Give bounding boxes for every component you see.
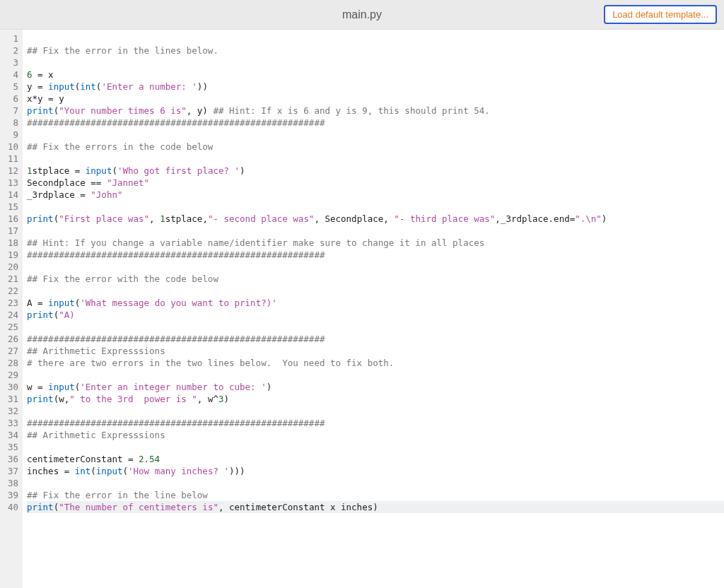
code-token: ########################################… <box>27 418 325 428</box>
code-token: 6 <box>27 69 33 80</box>
code-line[interactable]: ## Fix the error in the line below <box>27 489 724 501</box>
line-number: 29 <box>0 369 18 381</box>
code-token: ## Fix the error in the line below <box>27 490 208 500</box>
code-token: ########################################… <box>27 249 325 260</box>
line-number: 8 <box>0 117 18 129</box>
code-line[interactable] <box>27 129 724 141</box>
load-template-button[interactable]: Load default template... <box>604 5 717 24</box>
code-token: ) <box>602 213 607 224</box>
code-token: "John" <box>90 189 122 200</box>
code-token: ( <box>90 466 96 476</box>
code-token: stplace = <box>33 165 86 176</box>
code-line[interactable] <box>27 33 724 45</box>
line-number: 11 <box>0 153 18 165</box>
code-token: input <box>96 466 123 476</box>
code-line[interactable] <box>27 441 724 453</box>
line-number: 18 <box>0 237 18 249</box>
code-line[interactable]: print("The number of centimeters is", ce… <box>27 501 724 513</box>
line-number: 39 <box>0 489 18 501</box>
line-number: 24 <box>0 309 18 321</box>
code-line[interactable]: ## Hint: If you change a variable name/i… <box>27 237 724 249</box>
code-line[interactable] <box>27 321 724 333</box>
line-number: 14 <box>0 189 18 201</box>
code-line[interactable] <box>27 225 724 237</box>
code-line[interactable]: print("First place was", 1stplace,"- sec… <box>27 213 724 225</box>
code-line[interactable]: ## Fix the errors in the code below <box>27 141 724 153</box>
code-line[interactable]: inches = int(input('How many inches? '))… <box>27 465 724 477</box>
code-token: , Secondplace, <box>314 213 394 224</box>
code-token: "Jannet" <box>107 177 149 188</box>
code-token: ## Hint: If you change a variable name/i… <box>27 237 484 248</box>
code-token: 'Enter an integer number to cube: ' <box>80 382 266 392</box>
line-number: 35 <box>0 441 18 453</box>
code-token: ## Hint: If x is 6 and y is 9, this shou… <box>213 105 489 116</box>
code-line[interactable]: w = input('Enter an integer number to cu… <box>27 381 724 393</box>
line-number: 20 <box>0 261 18 273</box>
code-token: 'Enter a number: ' <box>101 81 197 92</box>
code-line[interactable]: ## Arithmetic Expresssions <box>27 345 724 357</box>
code-token: _3rdplace = <box>27 189 90 200</box>
code-token: 2.54 <box>139 454 160 464</box>
code-line[interactable]: y = input(int('Enter a number: ')) <box>27 81 724 93</box>
code-line[interactable] <box>27 57 724 69</box>
code-line[interactable]: # there are two errors in the two lines … <box>27 357 724 369</box>
line-number: 15 <box>0 201 18 213</box>
line-number-gutter: 1234567891011121314151617181920212223242… <box>0 30 23 588</box>
code-line[interactable]: _3rdplace = "John" <box>27 189 724 201</box>
line-number: 30 <box>0 381 18 393</box>
code-token: ".\n" <box>575 213 602 224</box>
code-line[interactable]: print("A) <box>27 309 724 321</box>
code-token: x*y = y <box>27 93 64 104</box>
code-token: 1 <box>27 165 33 176</box>
code-token: "- second place was" <box>208 213 315 224</box>
code-line[interactable] <box>27 261 724 273</box>
line-number: 12 <box>0 165 18 177</box>
code-line[interactable]: A = input('What message do you want to p… <box>27 297 724 309</box>
code-token: ## Arithmetic Expresssions <box>27 430 165 440</box>
code-line[interactable]: Secondplace == "Jannet" <box>27 177 724 189</box>
code-token: "First place was" <box>59 213 149 224</box>
code-token: ## Arithmetic Expresssions <box>27 346 165 356</box>
code-line[interactable] <box>27 285 724 297</box>
code-line[interactable] <box>27 369 724 381</box>
line-number: 4 <box>0 69 18 81</box>
code-line[interactable]: print("Your number times 6 is", y) ## Hi… <box>27 105 724 117</box>
code-line[interactable] <box>27 201 724 213</box>
code-line[interactable]: 6 = x <box>27 69 724 81</box>
code-token: input <box>48 382 75 392</box>
editor-header: main.py Load default template... <box>0 0 724 30</box>
code-line[interactable]: 1stplace = input('Who got first place? '… <box>27 165 724 177</box>
code-line[interactable]: print(w," to the 3rd power is ", w^3) <box>27 393 724 405</box>
code-line[interactable]: centimeterConstant = 2.54 <box>27 453 724 465</box>
line-number: 6 <box>0 93 18 105</box>
code-line[interactable]: x*y = y <box>27 93 724 105</box>
line-number: 9 <box>0 129 18 141</box>
line-number: 37 <box>0 465 18 477</box>
code-token: y = <box>27 81 48 92</box>
code-token: # there are two errors in the two lines … <box>27 358 394 368</box>
code-token: , <box>149 213 160 224</box>
code-line[interactable]: ########################################… <box>27 417 724 429</box>
code-token: ) <box>223 394 229 404</box>
code-line[interactable]: ## Fix the error in the lines below. <box>27 45 724 57</box>
code-token: print <box>27 213 54 224</box>
code-line[interactable] <box>27 153 724 165</box>
code-token: "A) <box>59 310 75 320</box>
code-line[interactable] <box>27 405 724 417</box>
code-line[interactable]: ## Fix the error with the code below <box>27 273 724 285</box>
line-number: 5 <box>0 81 18 93</box>
code-line[interactable]: ########################################… <box>27 333 724 345</box>
code-line[interactable]: ## Arithmetic Expresssions <box>27 429 724 441</box>
code-token: ( <box>122 466 128 476</box>
code-line[interactable]: ########################################… <box>27 117 724 129</box>
code-area[interactable]: ## Fix the error in the lines below.6 = … <box>23 30 724 588</box>
line-number: 26 <box>0 333 18 345</box>
code-token: 1 <box>160 213 165 224</box>
code-line[interactable]: ########################################… <box>27 249 724 261</box>
code-token: Secondplace == <box>27 177 107 188</box>
code-token: , w^ <box>197 394 218 404</box>
line-number: 23 <box>0 297 18 309</box>
code-token: ) <box>240 165 245 176</box>
code-line[interactable] <box>27 477 724 489</box>
code-editor[interactable]: 1234567891011121314151617181920212223242… <box>0 30 724 588</box>
